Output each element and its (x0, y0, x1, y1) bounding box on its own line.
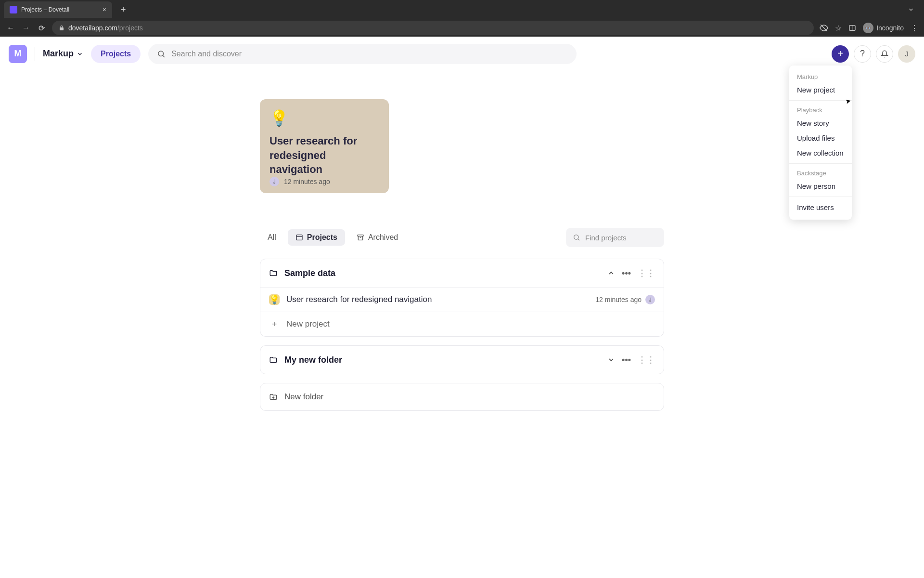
project-card[interactable]: 💡 User research for redesigned navigatio… (260, 99, 389, 193)
row-timestamp: 12 minutes ago (595, 296, 642, 303)
reload-icon[interactable]: ⟳ (37, 24, 46, 33)
svg-point-9 (574, 235, 578, 239)
kebab-icon[interactable]: ⋮ (911, 24, 918, 33)
projects-nav[interactable]: Projects (91, 45, 141, 63)
eye-off-icon[interactable] (820, 24, 828, 32)
filter-tab-label: Archived (368, 233, 398, 242)
card-timestamp: 12 minutes ago (284, 178, 330, 185)
forward-icon[interactable]: → (21, 24, 31, 32)
header-right: + ? J (832, 45, 915, 63)
filter-tab-label: Projects (307, 233, 337, 242)
folder-sample-data: Sample data ••• ⋮⋮ 💡 User research for r… (260, 259, 664, 337)
drag-handle-icon[interactable]: ⋮⋮ (638, 355, 655, 365)
svg-rect-7 (358, 235, 363, 236)
projects-icon (295, 234, 303, 241)
divider (789, 197, 852, 197)
filter-tab-projects[interactable]: Projects (288, 229, 345, 246)
dropdown-section-backstage: Backstage (789, 167, 852, 179)
plus-icon: + (269, 319, 280, 329)
folder-my-new-folder: My new folder ••• ⋮⋮ (260, 345, 664, 374)
help-button[interactable]: ? (854, 45, 871, 63)
workspace-name-label: Markup (43, 49, 74, 59)
tab-title: Projects – Dovetail (21, 6, 99, 13)
app-header: M Markup Projects Search and discover + … (0, 37, 924, 71)
chevron-down-icon (77, 51, 83, 57)
search-icon (573, 234, 580, 241)
search-placeholder: Search and discover (171, 50, 242, 58)
find-placeholder: Find projects (585, 234, 627, 242)
divider (789, 163, 852, 164)
filter-tab-archived[interactable]: Archived (349, 229, 406, 246)
lightbulb-icon: 💡 (269, 294, 280, 305)
user-avatar[interactable]: J (898, 45, 915, 63)
new-folder-label: New folder (284, 392, 323, 402)
filter-tab-all[interactable]: All (260, 229, 284, 246)
svg-rect-5 (296, 235, 302, 240)
dropdown-new-person[interactable]: New person (789, 179, 852, 194)
url-bar[interactable]: dovetailapp.com/projects (52, 21, 814, 35)
divider (35, 47, 35, 61)
folder-header[interactable]: Sample data ••• ⋮⋮ (260, 259, 664, 287)
create-dropdown: Markup New project Playback New story Up… (789, 66, 852, 220)
favicon (10, 6, 17, 13)
new-project-label: New project (286, 319, 330, 329)
close-icon[interactable]: × (103, 6, 106, 13)
new-folder-icon (269, 393, 278, 401)
new-tab-button[interactable]: + (121, 5, 126, 15)
dropdown-section-playback: Playback (789, 104, 852, 116)
more-icon[interactable]: ••• (622, 355, 631, 365)
drag-handle-icon[interactable]: ⋮⋮ (638, 268, 655, 278)
folder-icon (269, 355, 278, 364)
lightbulb-icon: 💡 (270, 109, 379, 127)
svg-line-4 (163, 55, 165, 57)
filter-row: All Projects Archived Find projects (260, 228, 664, 247)
dropdown-section-markup: Markup (789, 70, 852, 82)
more-icon[interactable]: ••• (622, 268, 631, 278)
chevron-down-icon[interactable] (908, 6, 914, 13)
lock-icon (59, 25, 64, 31)
dropdown-new-collection[interactable]: New collection (789, 145, 852, 160)
panel-icon[interactable] (848, 24, 856, 32)
browser-tab[interactable]: Projects – Dovetail × (4, 1, 112, 18)
folder-icon (269, 269, 278, 277)
dropdown-new-project[interactable]: New project (789, 82, 852, 97)
incognito-label: Incognito (876, 24, 904, 32)
browser-right-icons: ☆ 👓 Incognito ⋮ (820, 23, 918, 33)
dropdown-new-story[interactable]: New story (789, 116, 852, 131)
author-avatar: J (645, 295, 655, 304)
workspace-avatar[interactable]: M (9, 45, 27, 63)
browser-chrome: Projects – Dovetail × + ← → ⟳ dovetailap… (0, 0, 924, 37)
project-title: User research for redesigned navigation (286, 295, 432, 304)
star-icon[interactable]: ☆ (835, 24, 842, 33)
divider (789, 100, 852, 101)
author-avatar: J (270, 177, 279, 186)
svg-line-10 (578, 239, 579, 240)
folder-header[interactable]: My new folder ••• ⋮⋮ (260, 346, 664, 374)
incognito-icon: 👓 (863, 23, 873, 33)
url-bar-row: ← → ⟳ dovetailapp.com/projects ☆ 👓 Incog… (0, 19, 924, 37)
dropdown-upload-files[interactable]: Upload files (789, 131, 852, 145)
workspace-dropdown[interactable]: Markup (43, 49, 83, 59)
svg-point-3 (158, 51, 164, 56)
new-folder-button[interactable]: New folder (260, 383, 664, 411)
find-projects-input[interactable]: Find projects (566, 228, 664, 247)
chevron-down-icon[interactable] (607, 356, 615, 364)
global-search[interactable]: Search and discover (148, 44, 577, 64)
chevron-up-icon[interactable] (607, 269, 615, 277)
tab-bar: Projects – Dovetail × + (0, 0, 924, 19)
project-row[interactable]: 💡 User research for redesigned navigatio… (260, 287, 664, 312)
card-meta: J 12 minutes ago (270, 177, 379, 186)
folder-name: My new folder (284, 355, 342, 365)
card-title: User research for redesigned navigation (270, 134, 379, 177)
back-icon[interactable]: ← (6, 24, 15, 32)
notifications-button[interactable] (876, 45, 893, 63)
url-path: /projects (117, 24, 143, 32)
new-project-row[interactable]: + New project (260, 312, 664, 336)
incognito-badge[interactable]: 👓 Incognito (863, 23, 904, 33)
svg-rect-1 (849, 26, 855, 31)
add-button[interactable]: + (832, 45, 849, 63)
folder-name: Sample data (284, 268, 335, 278)
search-icon (157, 50, 166, 58)
filter-tabs: All Projects Archived (260, 229, 406, 246)
dropdown-invite-users[interactable]: Invite users (789, 200, 852, 215)
